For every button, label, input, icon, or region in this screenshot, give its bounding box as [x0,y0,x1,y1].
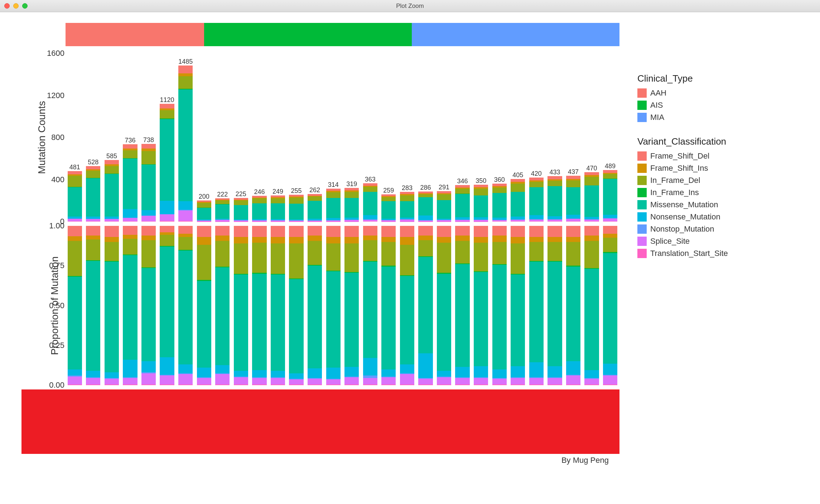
legend-label: In_Frame_Ins [650,188,699,197]
seg-Frame_Shift_Del [215,226,230,236]
prop-stack-0 [68,226,82,385]
seg-Frame_Shift_Del [566,226,580,237]
seg-In_Frame_Del [437,194,451,200]
seg-Missense_Mutation [105,262,119,372]
count-label-7: 200 [199,193,209,200]
count-label-0: 481 [69,164,80,171]
seg-Nonsense_Mutation [455,217,469,220]
seg-Frame_Shift_Ins [529,237,544,242]
seg-Splice_Site [271,378,285,384]
prop-stack-17 [381,226,396,385]
credit-text: By Mug Peng [11,454,619,465]
seg-Frame_Shift_Del [400,226,414,237]
count-label-24: 405 [512,171,523,179]
y-ticks-counts: 040080012001600 [43,53,64,222]
prop-stack-12 [289,226,303,385]
seg-Missense_Mutation [363,192,377,215]
count-label-28: 470 [587,165,597,172]
seg-Frame_Shift_Ins [363,236,377,240]
legend-label: Nonstop_Mutation [650,224,714,234]
count-bar-6: 1485 [176,53,195,222]
count-bar-16: 363 [361,53,380,222]
seg-Frame_Shift_Del [529,226,544,237]
seg-Nonsense_Mutation [68,369,82,376]
seg-Translation_Start_Site [344,384,359,385]
seg-Frame_Shift_Del [105,160,119,164]
count-label-11: 249 [272,188,283,195]
seg-Missense_Mutation [511,275,525,366]
count-bar-27: 437 [564,53,583,222]
seg-Frame_Shift_Ins [584,236,599,241]
seg-Nonsense_Mutation [363,215,377,219]
seg-Frame_Shift_Del [418,226,433,236]
seg-Frame_Shift_Ins [252,237,266,243]
seg-Nonsense_Mutation [492,369,507,378]
seg-Splice_Site [289,379,303,384]
count-stack-16 [363,183,377,222]
prop-bar-0 [66,226,84,385]
seg-Frame_Shift_Ins [105,237,119,242]
count-stack-19 [418,192,433,222]
tick-prop-0.75: 0.75 [43,261,64,270]
seg-Frame_Shift_Ins [160,232,174,235]
count-label-27: 437 [568,168,579,176]
seg-In_Frame_Del [363,240,377,261]
count-label-25: 420 [531,170,542,178]
count-bar-12: 255 [287,53,306,222]
seg-Nonsense_Mutation [566,215,580,219]
seg-Missense_Mutation [437,200,451,219]
seg-In_Frame_Del [363,187,377,192]
seg-Splice_Site [123,378,137,384]
seg-Frame_Shift_Del [455,226,469,236]
seg-Translation_Start_Site [123,221,137,222]
titlebar[interactable]: Plot Zoom [0,0,820,12]
seg-Nonsense_Mutation [474,366,488,377]
prop-stack-24 [511,226,525,385]
seg-Translation_Start_Site [363,384,377,385]
count-label-9: 225 [236,190,246,198]
seg-Frame_Shift_Del [178,66,193,73]
legend-item-In_Frame_Ins: In_Frame_Ins [637,186,799,199]
seg-Missense_Mutation [511,192,525,216]
seg-Frame_Shift_Del [308,226,322,236]
swatch-icon [637,224,647,234]
seg-Missense_Mutation [381,201,396,219]
seg-Splice_Site [603,375,617,384]
seg-In_Frame_Del [492,188,507,193]
swatch-icon [637,164,647,173]
prop-bar-1 [84,226,103,385]
seg-In_Frame_Del [123,239,137,255]
seg-Missense_Mutation [474,272,488,366]
seg-Translation_Start_Site [455,384,469,385]
count-label-6: 1485 [178,58,193,66]
close-icon[interactable] [4,3,10,9]
count-stack-10 [252,196,266,222]
seg-Frame_Shift_Ins [326,237,341,243]
prop-stack-5 [160,226,174,385]
zoom-icon[interactable] [22,3,28,9]
seg-Translation_Start_Site [492,221,507,222]
seg-Missense_Mutation [344,273,359,367]
prop-stack-21 [455,226,469,385]
seg-In_Frame_Del [123,150,137,158]
seg-In_Frame_Del [308,241,322,265]
seg-Splice_Site [123,218,137,221]
legend-label: AIS [650,101,663,110]
prop-stack-26 [548,226,562,385]
count-label-5: 1120 [160,96,174,104]
prop-stack-2 [105,226,119,385]
seg-Frame_Shift_Ins [492,236,507,242]
seg-In_Frame_Del [160,110,174,118]
count-bar-23: 360 [490,53,509,222]
seg-Nonsense_Mutation [123,209,137,218]
seg-Translation_Start_Site [141,384,156,385]
seg-Missense_Mutation [474,195,488,217]
minimize-icon[interactable] [13,3,19,9]
seg-Nonsense_Mutation [178,364,193,373]
prop-stack-20 [437,226,451,385]
legend-item-Missense_Mutation: Missense_Mutation [637,199,799,211]
seg-Missense_Mutation [141,165,156,210]
seg-Splice_Site [474,378,488,384]
seg-Splice_Site [529,378,544,384]
seg-Missense_Mutation [234,275,248,371]
